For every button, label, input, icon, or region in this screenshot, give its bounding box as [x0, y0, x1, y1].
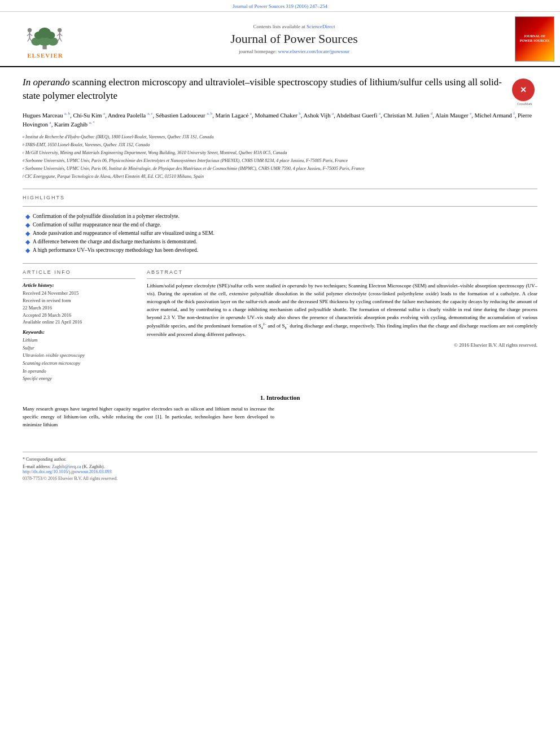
affiliation-c: c McGill University, Mining and Material…	[23, 150, 537, 156]
highlights-title: HIGHLIGHTS	[23, 195, 537, 200]
corresponding-author: * Corresponding author.	[23, 457, 537, 462]
main-content: In operando scanning electron microscopy…	[0, 67, 560, 440]
article-title-section: In operando scanning electron microscopy…	[23, 76, 537, 104]
sciencedirect-link[interactable]: ScienceDirect	[307, 24, 335, 29]
section-number: 1.	[260, 394, 265, 401]
two-column-section: ARTICLE INFO Article history: Received 2…	[23, 269, 537, 382]
title-main-part: scanning electron microscopy and ultravi…	[23, 77, 502, 101]
abstract-text: Lithium/solid polymer electrolyte (SPE)/…	[147, 282, 537, 338]
journal-citation: Journal of Power Sources 319 (2016) 247–…	[233, 3, 327, 9]
journal-top-bar: Journal of Power Sources 319 (2016) 247–…	[0, 0, 560, 12]
keyword-uv-vis: Ultraviolet–visible spectroscopy	[23, 352, 135, 360]
corresponding-label: * Corresponding author.	[23, 457, 67, 462]
received-date: Received 24 November 2015	[23, 290, 135, 297]
keyword-in-operando: In operando	[23, 368, 135, 375]
title-italic-part: In operando	[23, 77, 70, 88]
divider-after-highlights	[23, 263, 537, 264]
authors-section: Hugues Marceau a, b, Chi-Su Kim a, Andre…	[23, 111, 537, 129]
keywords-title: Keywords:	[23, 329, 135, 335]
svg-line-11	[28, 38, 30, 41]
elsevier-tree-icon	[20, 20, 71, 51]
article-info-title: ARTICLE INFO	[23, 269, 135, 275]
article-title: In operando scanning electron microscopy…	[23, 76, 504, 103]
affiliations-section: a Institut de Recherche d'Hydro-Québec (…	[23, 134, 537, 180]
journal-cover-area: JOURNAL OF POWER SOURCES	[504, 16, 554, 62]
journal-homepage-line: journal homepage: www.elsevier.com/locat…	[85, 49, 504, 54]
received-revised-date: 22 March 2016	[23, 304, 135, 312]
article-history-title: Article history:	[23, 282, 135, 288]
svg-point-13	[58, 28, 62, 32]
elsevier-logo-area: ELSEVIER	[6, 20, 85, 59]
highlights-section: HIGHLIGHTS ◆Confirmation of the polysulf…	[23, 195, 537, 255]
intro-col-right	[286, 405, 537, 429]
accepted-date: Accepted 28 March 2016	[23, 312, 135, 319]
intro-col-left: Many research groups have targeted highe…	[23, 405, 274, 429]
svg-point-5	[34, 32, 43, 39]
highlights-divider	[23, 206, 537, 207]
elsevier-text: ELSEVIER	[27, 52, 63, 59]
section-heading: Introduction	[266, 394, 300, 401]
affiliation-b: b INRS-EMT, 1650 Lionel-Boulet, Varennes…	[23, 142, 537, 148]
affiliation-a: a Institut de Recherche d'Hydro-Québec (…	[23, 134, 537, 141]
crossmark-icon: ✕	[512, 78, 535, 101]
keywords-list: Lithium Sulfur Ultraviolet–visible spect…	[23, 337, 135, 383]
highlights-list: ◆Confirmation of the polysulfide dissolu…	[23, 212, 537, 255]
highlight-item-5: ◆A high performance UV–Vis spectroscopy …	[25, 246, 537, 255]
received-revised-label: Received in revised form	[23, 297, 135, 304]
crossmark-label: CrossMark	[512, 102, 537, 106]
abstract-copyright: © 2016 Elsevier B.V. All rights reserved…	[147, 342, 537, 348]
email-address[interactable]: Zaghib@ireq.ca	[52, 464, 81, 469]
journal-title: Journal of Power Sources	[85, 32, 504, 46]
affiliation-f: f CIC Energygune, Parque Tecnologico de …	[23, 173, 537, 180]
affiliation-e: e Sorbonne Universités, UPMC Univ, Paris…	[23, 165, 537, 172]
svg-line-18	[60, 38, 62, 41]
introduction-section: 1. Introduction Many research groups hav…	[23, 394, 537, 429]
intro-paragraph: Many research groups have targeted highe…	[23, 405, 274, 429]
email-line: E-mail address: Zaghib@ireq.ca (K. Zaghi…	[23, 464, 537, 469]
highlight-item-3: ◆Anode passivation and reappearance of e…	[25, 229, 537, 238]
email-label: E-mail address:	[23, 464, 52, 469]
keyword-specific-energy: Specific energy	[23, 375, 135, 383]
keyword-lithium: Lithium	[23, 337, 135, 344]
issn-line: 0378-7753/© 2016 Elsevier B.V. All right…	[23, 476, 537, 481]
intro-two-col: Many research groups have targeted highe…	[23, 405, 537, 429]
section-title: 1. Introduction	[23, 394, 537, 401]
article-info-divider	[23, 278, 135, 279]
affiliation-d: d Sorbonne Universités, UPMC Univ, Paris…	[23, 158, 537, 164]
elsevier-logo: ELSEVIER	[6, 20, 85, 59]
sciencedirect-line: Contents lists available at ScienceDirec…	[85, 24, 504, 29]
journal-cover-image: JOURNAL OF POWER SOURCES	[515, 16, 554, 62]
keyword-sulfur: Sulfur	[23, 344, 135, 352]
doi-link[interactable]: http://dx.doi.org/10.1016/j.jpowsour.201…	[23, 469, 537, 474]
highlight-item-1: ◆Confirmation of the polysulfide dissolu…	[25, 212, 537, 221]
abstract-title: ABSTRACT	[147, 269, 537, 275]
svg-line-12	[30, 38, 32, 41]
page-footer: * Corresponding author. E-mail address: …	[23, 452, 537, 481]
available-online-date: Available online 21 April 2016	[23, 318, 135, 326]
email-suffix: (K. Zaghib).	[82, 464, 105, 469]
highlight-item-4: ◆A difference between the charge and dis…	[25, 238, 537, 246]
svg-point-6	[47, 32, 55, 39]
svg-point-7	[28, 28, 32, 32]
journal-header: ELSEVIER Contents lists available at Sci…	[0, 12, 560, 67]
journal-homepage-link[interactable]: www.elsevier.com/locate/jpowsour	[278, 49, 349, 54]
crossmark-logo: ✕ CrossMark	[512, 78, 537, 104]
abstract-column: ABSTRACT Lithium/solid polymer electroly…	[147, 269, 537, 382]
divider-after-affiliations	[23, 189, 537, 189]
svg-line-17	[58, 38, 60, 41]
abstract-divider	[147, 278, 537, 279]
keyword-sem: Scanning electron microscopy	[23, 360, 135, 368]
cover-text: JOURNAL OF POWER SOURCES	[518, 34, 552, 43]
highlight-item-2: ◆Confirmation of sulfur reappearance nea…	[25, 221, 537, 229]
journal-header-center: Contents lists available at ScienceDirec…	[85, 24, 504, 54]
article-info-column: ARTICLE INFO Article history: Received 2…	[23, 269, 135, 382]
